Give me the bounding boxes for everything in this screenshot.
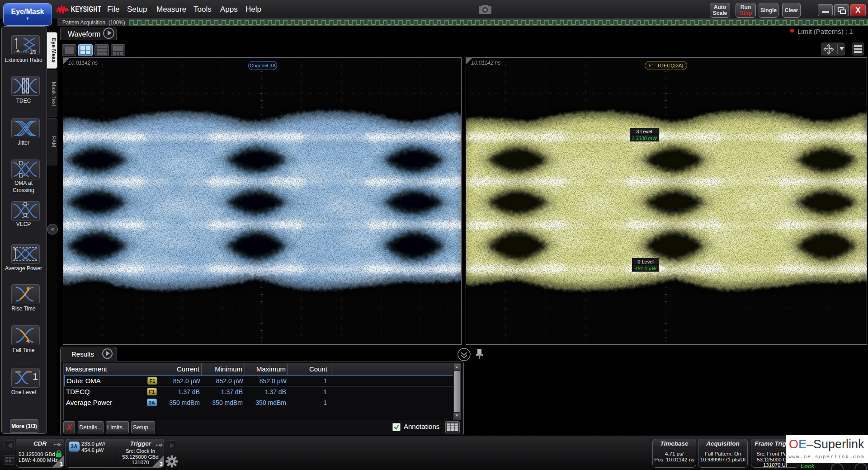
svg-text:1: 1 [33, 371, 38, 382]
svg-text:1/0: 1/0 [30, 50, 36, 55]
